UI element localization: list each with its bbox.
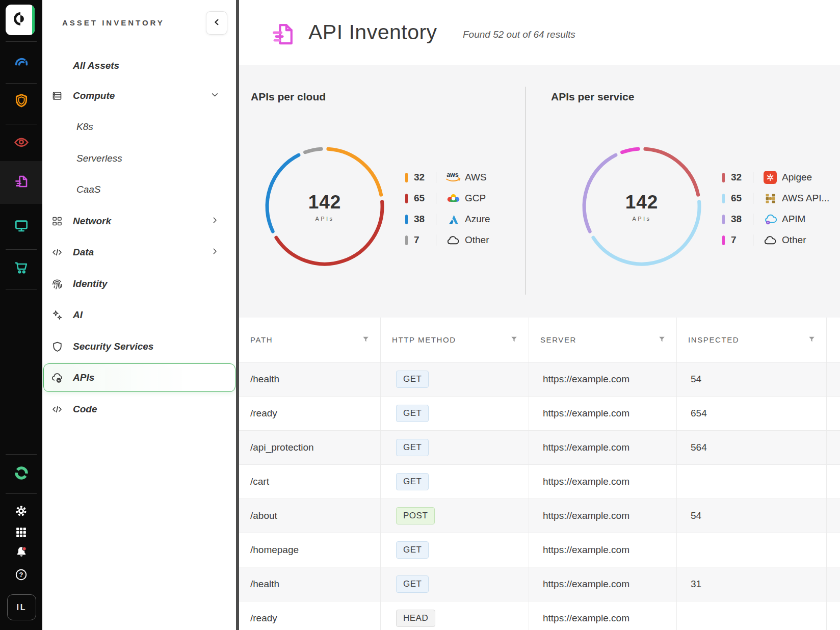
rail-item-endpoints-monitor[interactable] (0, 216, 42, 238)
sidebar-item-all-assets[interactable]: All Assets (42, 51, 236, 80)
column-header-label: PATH (250, 335, 273, 344)
filter-funnel-icon[interactable] (808, 335, 815, 344)
rail-item-api-inventory[interactable] (0, 171, 42, 194)
legend-divider (436, 193, 436, 204)
page-title: API Inventory (308, 20, 437, 44)
aws-icon: aws (444, 170, 462, 185)
sidebar-item-code[interactable]: Code (42, 395, 236, 424)
table-row[interactable]: /cartGEThttps://example.com (239, 465, 840, 499)
donut-chart-cloud: 142 APIs (262, 144, 387, 269)
cell-inspected: 54 (677, 362, 827, 396)
donut-segment-apigee (645, 149, 698, 195)
legend-color-pill (405, 194, 408, 203)
sidebar-title: ASSET INVENTORY (62, 18, 165, 27)
sidebar-item-security-services[interactable]: Security Services (42, 332, 236, 361)
donut-segment-gcp (276, 202, 382, 264)
rail-item-settings-gear[interactable] (0, 501, 42, 523)
chart-title: APIs per service (551, 91, 634, 103)
table-row[interactable]: /healthGEThttps://example.com54 (239, 362, 840, 397)
rail-item-dashboard[interactable] (0, 52, 42, 74)
cell-inspected (677, 601, 827, 630)
table-row[interactable]: /homepageGEThttps://example.com (239, 533, 840, 567)
sidebar-item-data[interactable]: Data (42, 238, 236, 267)
column-header-label: HTTP METHOD (392, 335, 456, 344)
sidebar-edge (236, 0, 239, 630)
chevron-right-icon (211, 247, 219, 258)
sidebar-item-serverless[interactable]: Serverless (42, 144, 236, 173)
sidebar-item-label: Compute (73, 90, 115, 101)
sidebar-item-k8s[interactable]: K8s (42, 113, 236, 141)
logo-button[interactable] (6, 5, 35, 35)
table-row[interactable]: /api_protectionGEThttps://example.com564 (239, 431, 840, 465)
table-row[interactable]: /readyHEADhttps://example.com (239, 601, 840, 630)
http-method-badge: HEAD (396, 610, 435, 627)
http-method-badge: GET (396, 439, 429, 456)
sidebar-item-caas[interactable]: CaaS (42, 175, 236, 204)
sidebar-collapse-button[interactable] (206, 11, 227, 35)
endpoints-monitor-icon (13, 218, 30, 236)
cell-inspected: 654 (677, 397, 827, 430)
sidebar-item-label: AI (73, 309, 83, 321)
table-row[interactable]: /aboutPOSThttps://example.com54 (239, 499, 840, 533)
legend-divider (436, 214, 436, 225)
donut-segment-other (305, 149, 322, 152)
user-avatar[interactable]: IL (7, 594, 36, 620)
rail-item-help[interactable]: ? (0, 564, 42, 587)
sidebar-item-compute[interactable]: Compute (42, 82, 236, 110)
sidebar-item-identity[interactable]: Identity (42, 270, 236, 298)
network-icon (50, 214, 64, 228)
results-count: Found 52 out of 64 results (463, 29, 575, 40)
legend-label: Other (782, 233, 806, 247)
cell-http-method: GET (381, 533, 529, 567)
legend-divider (753, 214, 753, 225)
table-row[interactable]: /readyGEThttps://example.com654 (239, 397, 840, 431)
cell-path: /about (239, 499, 381, 533)
rail-item-status-ring[interactable] (0, 463, 42, 485)
cell-http-method: HEAD (381, 601, 529, 630)
filter-funnel-icon[interactable] (362, 335, 369, 344)
column-header-http-method[interactable]: HTTP METHOD (381, 318, 529, 362)
rail-divider (6, 41, 37, 42)
donut-segment-azure (267, 155, 299, 231)
api-document-icon (271, 21, 295, 50)
sidebar-item-apis[interactable]: APIs (42, 363, 236, 392)
aws-api-icon (761, 191, 779, 205)
http-method-badge: GET (396, 473, 429, 490)
column-header-path[interactable]: PATH (239, 318, 381, 362)
apigee-icon (761, 170, 779, 185)
filter-funnel-icon[interactable] (659, 335, 665, 344)
cell-spacer (827, 431, 840, 464)
legend-divider (753, 193, 753, 204)
sidebar-item-network[interactable]: Network (42, 207, 236, 235)
chevron-left-icon (213, 18, 221, 28)
legend-divider (436, 234, 436, 246)
rail-item-visibility-eye[interactable] (0, 132, 42, 154)
donut-segment-aws (328, 149, 381, 195)
rail-item-notifications-bell[interactable] (0, 542, 42, 564)
table-row[interactable]: /healthGEThttps://example.com31 (239, 567, 840, 601)
column-header-spacer (827, 318, 840, 362)
cell-server: https://example.com (529, 465, 677, 498)
rail-item-security-shield[interactable] (0, 91, 42, 113)
legend-item-apim: 38APIM (722, 212, 840, 226)
legend-item-apigee: 32Apigee (722, 170, 840, 185)
cell-server: https://example.com (529, 397, 677, 430)
help-icon: ? (14, 568, 28, 584)
rail-item-apps-grid[interactable] (0, 522, 42, 544)
rail-divider (6, 454, 37, 455)
rail-item-marketplace-cart[interactable] (0, 257, 42, 280)
logo-icon (12, 10, 29, 30)
apim-icon (761, 212, 779, 226)
code-icon (50, 402, 64, 416)
legend-value: 7 (731, 233, 752, 247)
cell-spacer (827, 397, 840, 430)
donut-chart-service: 142 APIs (580, 144, 704, 269)
filter-funnel-icon[interactable] (511, 335, 517, 344)
status-ring-icon (13, 465, 30, 483)
sidebar-item-ai[interactable]: AI (42, 301, 236, 329)
column-header-server[interactable]: SERVER (529, 318, 677, 362)
rail-divider (6, 83, 37, 84)
legend-color-pill (722, 215, 725, 224)
column-header-inspected[interactable]: INSPECTED (677, 318, 827, 362)
legend-value: 38 (731, 212, 752, 226)
